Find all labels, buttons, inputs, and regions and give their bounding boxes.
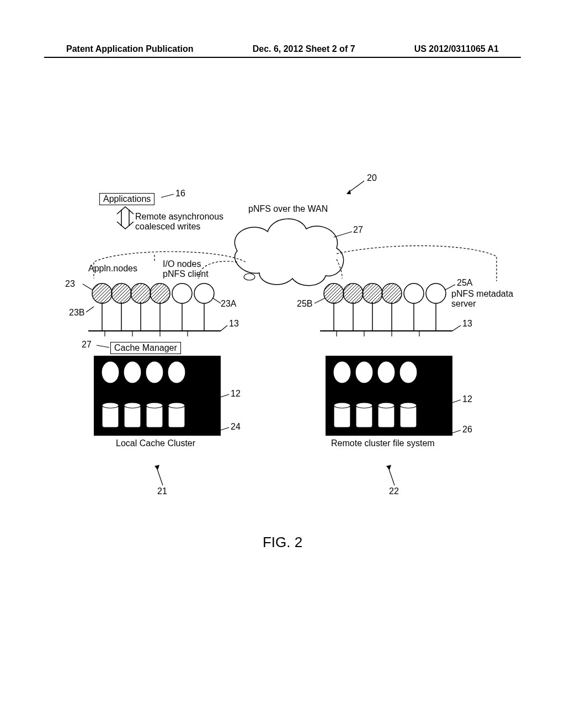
header-center: Dec. 6, 2012 Sheet 2 of 7 xyxy=(253,44,355,54)
patent-page: Patent Application Publication Dec. 6, 2… xyxy=(0,0,565,728)
svg-point-59 xyxy=(377,361,395,383)
cache-manager-box: Cache Manager xyxy=(110,342,181,354)
disk-icon xyxy=(378,403,395,427)
svg-rect-71 xyxy=(378,405,395,427)
pnfs-wan-label: pNFS over the WAN xyxy=(248,204,328,214)
svg-point-35 xyxy=(146,403,163,408)
svg-point-1 xyxy=(244,274,255,280)
ref-25A: 25A xyxy=(457,278,472,288)
svg-point-14 xyxy=(111,283,131,303)
svg-rect-36 xyxy=(168,405,185,427)
io-nodes-line1: I/O nodes xyxy=(163,259,201,269)
ref-23: 23 xyxy=(65,279,75,289)
ref-27-cloud: 27 xyxy=(353,225,363,235)
header-right: US 2012/0311065 A1 xyxy=(414,44,499,54)
svg-point-50 xyxy=(324,283,344,303)
svg-rect-67 xyxy=(334,405,350,427)
svg-point-53 xyxy=(382,283,402,303)
header-rule xyxy=(44,57,521,58)
disk-icon xyxy=(356,403,372,427)
svg-point-51 xyxy=(343,283,363,303)
remote-async-line1: Remote asynchronous xyxy=(135,212,223,222)
figure-2-diagram: Applications 16 Remote asynchronous coal… xyxy=(55,165,508,518)
ref-13-right: 13 xyxy=(462,319,472,329)
svg-point-68 xyxy=(334,403,350,408)
disk-icon xyxy=(146,403,163,427)
header-left: Patent Application Publication xyxy=(66,44,194,54)
ref-26: 26 xyxy=(462,425,472,435)
svg-rect-73 xyxy=(400,405,417,427)
ref-27-cache: 27 xyxy=(82,340,92,350)
page-header: Patent Application Publication Dec. 6, 2… xyxy=(0,44,565,54)
ref-16: 16 xyxy=(175,189,185,199)
ref-12-right: 12 xyxy=(462,394,472,404)
svg-rect-34 xyxy=(146,405,163,427)
svg-point-15 xyxy=(131,283,151,303)
svg-point-16 xyxy=(150,283,170,303)
svg-point-31 xyxy=(102,403,119,408)
double-arrow-icon xyxy=(117,207,134,229)
svg-point-20 xyxy=(102,361,119,383)
svg-point-54 xyxy=(404,283,424,303)
svg-point-70 xyxy=(356,403,372,408)
applications-label: Applications xyxy=(103,194,151,204)
pnfs-meta-line1: pNFS metadata xyxy=(451,289,513,299)
ref-22: 22 xyxy=(389,486,399,496)
svg-point-13 xyxy=(92,283,112,303)
svg-point-58 xyxy=(355,361,373,383)
pnfs-meta-line2: server xyxy=(451,299,476,309)
svg-point-21 xyxy=(124,361,141,383)
remote-fs-label: Remote cluster file system xyxy=(331,438,435,448)
svg-rect-69 xyxy=(356,405,372,427)
svg-point-22 xyxy=(146,361,163,383)
svg-point-18 xyxy=(194,283,214,303)
ref-20: 20 xyxy=(367,173,377,183)
ref-12-left: 12 xyxy=(231,389,241,399)
remote-async-line2: coalesced writes xyxy=(135,222,200,232)
figure-label: FIG. 2 xyxy=(0,534,565,551)
disk-icon xyxy=(102,403,119,427)
ref-25B: 25B xyxy=(297,299,312,309)
svg-point-23 xyxy=(168,361,185,383)
svg-point-17 xyxy=(172,283,192,303)
svg-point-57 xyxy=(333,361,351,383)
disk-icon xyxy=(124,403,141,427)
svg-point-74 xyxy=(400,403,417,408)
svg-point-60 xyxy=(399,361,417,383)
svg-rect-32 xyxy=(124,405,141,427)
ref-13-left: 13 xyxy=(229,319,239,329)
svg-rect-30 xyxy=(102,405,119,427)
ref-24: 24 xyxy=(231,422,241,432)
svg-point-52 xyxy=(363,283,382,303)
svg-point-37 xyxy=(168,403,185,408)
disk-icon xyxy=(168,403,185,427)
local-cache-label: Local Cache Cluster xyxy=(116,438,195,448)
ref-23B: 23B xyxy=(69,308,84,318)
ref-21: 21 xyxy=(157,486,167,496)
disk-icon xyxy=(400,403,417,427)
applications-box: Applications xyxy=(99,193,154,205)
svg-marker-0 xyxy=(347,190,351,194)
svg-point-72 xyxy=(378,403,395,408)
svg-point-55 xyxy=(426,283,446,303)
appln-nodes-label: Appln.nodes xyxy=(88,264,137,274)
cache-manager-label: Cache Manager xyxy=(114,343,177,352)
disk-icon xyxy=(334,403,350,427)
io-nodes-line2: pNFS client xyxy=(163,269,209,279)
ref-23A: 23A xyxy=(221,299,236,309)
svg-point-33 xyxy=(124,403,141,408)
